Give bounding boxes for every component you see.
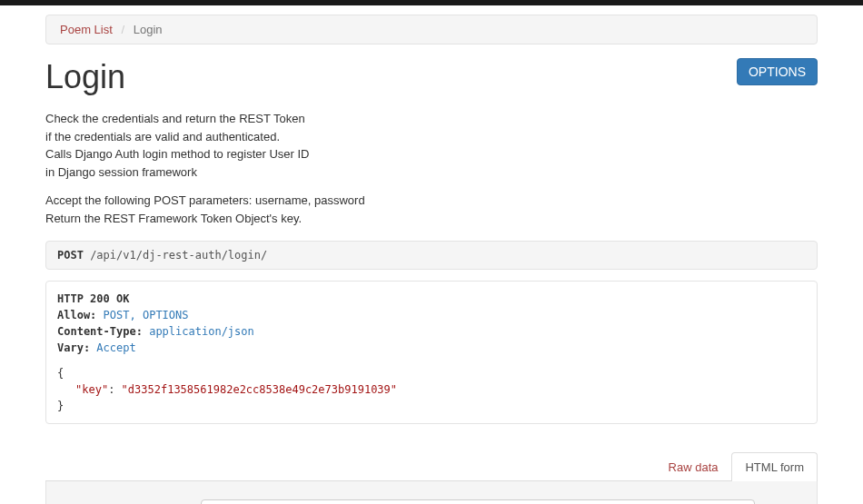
form-panel: Key POST bbox=[45, 481, 818, 504]
breadcrumb-current: Login bbox=[134, 23, 163, 36]
desc-line: if the credentials are valid and authent… bbox=[45, 128, 818, 146]
response-header-val: application/json bbox=[149, 325, 254, 338]
request-path: /api/v1/dj-rest-auth/login/ bbox=[90, 249, 267, 262]
response-header-key: Vary: bbox=[57, 341, 90, 354]
breadcrumb-separator: / bbox=[121, 23, 124, 36]
json-open: { bbox=[57, 367, 64, 380]
page-title: Login bbox=[45, 58, 125, 96]
description: Check the credentials and return the RES… bbox=[45, 110, 818, 227]
options-button[interactable]: OPTIONS bbox=[737, 58, 818, 85]
tabs: Raw data HTML form bbox=[45, 451, 818, 481]
response-header-key: Content-Type: bbox=[57, 325, 143, 338]
json-close: } bbox=[57, 400, 64, 412]
breadcrumb-root-link[interactable]: Poem List bbox=[60, 23, 113, 36]
request-method: POST bbox=[57, 249, 84, 262]
json-colon: : bbox=[108, 383, 114, 396]
json-value: "d3352f1358561982e2cc8538e49c2e73b919103… bbox=[122, 383, 397, 396]
breadcrumb: Poem List / Login bbox=[45, 15, 818, 44]
desc-line: Accept the following POST parameters: us… bbox=[45, 192, 818, 210]
request-block: POST /api/v1/dj-rest-auth/login/ bbox=[45, 241, 818, 270]
tab-html-form[interactable]: HTML form bbox=[731, 452, 818, 481]
desc-line: in Django session framework bbox=[45, 163, 818, 182]
response-block: HTTP 200 OK Allow: POST, OPTIONS Content… bbox=[45, 281, 818, 424]
desc-line: Check the credentials and return the RES… bbox=[45, 110, 818, 128]
key-input[interactable] bbox=[201, 499, 755, 504]
response-header-key: Allow: bbox=[57, 309, 96, 321]
response-status: HTTP 200 OK bbox=[57, 292, 129, 305]
tab-raw-data[interactable]: Raw data bbox=[655, 452, 732, 481]
json-key: "key" bbox=[75, 383, 108, 396]
desc-line: Calls Django Auth login method to regist… bbox=[45, 145, 818, 163]
desc-line: Return the REST Framework Token Object's… bbox=[45, 210, 818, 228]
top-bar bbox=[0, 0, 863, 5]
response-header-val: Accept bbox=[96, 341, 135, 354]
response-header-val: POST, OPTIONS bbox=[104, 309, 189, 321]
